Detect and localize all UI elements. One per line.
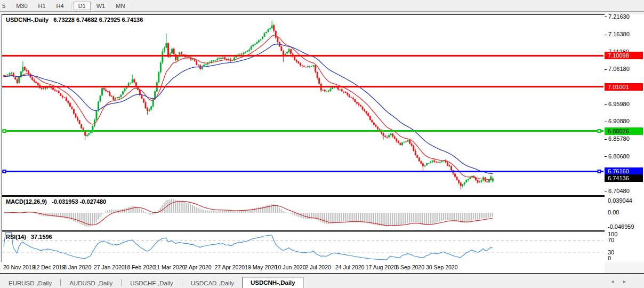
price-tick-label: 6.90880: [608, 118, 630, 124]
last-price-label: 6.74136: [605, 174, 643, 182]
trading-terminal-window: 5M30H1H4D1W1MN USDCNH-,Daily 6.73228 6.7…: [0, 0, 644, 288]
price-tick-label: 7.06180: [608, 66, 630, 72]
tab-usdcnh[interactable]: USDCNH-,Daily: [243, 277, 303, 288]
tick-mark: [605, 104, 607, 105]
tick-mark: [605, 191, 607, 191]
price-tick: 7.06180: [605, 66, 630, 72]
level-price-label: 7.10098: [605, 52, 643, 59]
rsi-panel[interactable]: RSI(14) 37.1596: [2, 231, 605, 262]
date-label: 30 Sep 2020: [426, 264, 458, 270]
price-chart-panel[interactable]: USDCNH-,Daily 6.73228 6.74682 6.72925 6.…: [2, 14, 605, 196]
price-tick-label: 7.16380: [608, 31, 630, 37]
level-price-label: 7.01001: [605, 83, 643, 91]
price-tick-label: 6.70480: [608, 188, 630, 194]
horizontal-level-line-6.76160[interactable]: [2, 170, 603, 173]
timeframe-button-mn[interactable]: MN: [111, 2, 130, 10]
tab-eurusd[interactable]: EURUSD-,Daily: [0, 278, 60, 288]
rsi-line: [4, 233, 493, 260]
rsi-chart[interactable]: [2, 232, 603, 261]
timeframe-button-m30[interactable]: M30: [11, 2, 32, 10]
price-tick: 6.70480: [605, 188, 630, 194]
macd-axis-label: 0.039044: [608, 197, 632, 204]
timeframe-button-h1[interactable]: H1: [34, 2, 51, 10]
price-tick: 7.16380: [605, 31, 630, 37]
price-tick: 6.85780: [605, 135, 630, 142]
price-tick: 7.21630: [605, 13, 630, 20]
date-label: 19 May 2020: [245, 264, 277, 270]
timeframe-button-5[interactable]: 5: [0, 2, 10, 10]
tick-mark: [605, 122, 607, 122]
tick-mark: [605, 17, 607, 17]
date-label: 24 Jul 2020: [335, 264, 364, 270]
date-label: 11 Mar 2020: [154, 264, 185, 270]
ma-slow-line: [4, 44, 493, 174]
price-tick: 6.90880: [605, 118, 630, 124]
date-axis-strip: 20 Nov 201912 Dec 20193 Jan 202027 Jan 2…: [2, 262, 605, 273]
date-label: 17 Aug 2020: [366, 264, 397, 270]
tick-mark: [605, 35, 607, 35]
date-label: 8 Sep 2020: [396, 264, 424, 270]
rsi-label: RSI(14) 37.1596: [6, 234, 52, 240]
price-tick: 6.95980: [605, 101, 630, 107]
tabs-scroll-left-icon[interactable]: ◄: [610, 279, 622, 284]
rsi-name: RSI(14): [6, 234, 26, 240]
date-label: 27 Jan 2020: [94, 264, 125, 270]
macd-name: MACD(12,26,9): [6, 198, 47, 205]
toolbar-separator: [71, 2, 71, 10]
chart-title: USDCNH-,Daily 6.73228 6.74682 6.72925 6.…: [6, 17, 143, 23]
tick-mark: [605, 156, 607, 157]
tab-usdchf[interactable]: USDCHF-,Daily: [122, 278, 182, 288]
price-tick-label: 6.95980: [608, 101, 630, 107]
timeframe-button-h4[interactable]: H4: [52, 2, 69, 10]
macd-values: -0.031953 -0.027480: [52, 198, 106, 205]
toolbar-separator: [132, 2, 132, 10]
rsi-axis-label: 70: [608, 237, 614, 243]
symbol-tab-bar: EURUSD-,DailyAUDUSD-,DailyUSDCHF-,DailyU…: [0, 273, 644, 288]
tick-mark: [605, 69, 607, 70]
rsi-axis-label: 0: [608, 255, 611, 261]
date-label: 12 Dec 2019: [34, 264, 66, 270]
date-label: 10 Jun 2020: [275, 264, 306, 270]
chart-ohlc-values: 6.73228 6.74682 6.72925 6.74136: [53, 17, 143, 23]
level-price-label: 6.88026: [605, 127, 643, 135]
macd-panel[interactable]: MACD(12,26,9) -0.031953 -0.027480: [2, 196, 605, 231]
price-tick: 6.80680: [605, 153, 630, 159]
tick-mark: [605, 139, 607, 140]
tab-usdcad[interactable]: USDCAD-,Daily: [182, 278, 243, 288]
macd-axis-label: 0.00: [608, 209, 619, 215]
timeframe-button-w1[interactable]: W1: [92, 2, 110, 10]
price-tick-label: 6.85780: [608, 135, 630, 142]
price-tick-label: 6.80680: [608, 153, 630, 159]
date-axis: 20 Nov 201912 Dec 20193 Jan 202027 Jan 2…: [0, 262, 644, 273]
date-label: 18 Feb 2020: [124, 264, 156, 270]
candlestick-chart[interactable]: [2, 15, 603, 194]
date-label: 27 Apr 2020: [214, 264, 245, 270]
macd-label: MACD(12,26,9) -0.031953 -0.027480: [6, 198, 106, 205]
tab-audusd[interactable]: AUDUSD-,Daily: [61, 278, 121, 288]
tab-scroll-arrows: ◄►: [610, 279, 634, 284]
rsi-value: 37.1596: [31, 234, 52, 240]
date-label: 3 Jan 2020: [63, 264, 91, 270]
price-tick-label: 7.21630: [608, 13, 630, 20]
date-label: 2 Apr 2020: [184, 264, 212, 270]
timeframe-button-d1[interactable]: D1: [74, 2, 91, 10]
level-price-label: 6.76160: [605, 167, 643, 175]
tabs-scroll-right-icon[interactable]: ►: [622, 279, 634, 284]
date-label: 2 Jul 2020: [305, 264, 331, 270]
chart-symbol-period: USDCNH-,Daily: [6, 17, 49, 23]
date-label: 20 Nov 2019: [3, 264, 35, 270]
macd-axis-label: -0.046959: [608, 223, 634, 230]
timeframe-toolbar: 5M30H1H4D1W1MN: [0, 0, 644, 12]
